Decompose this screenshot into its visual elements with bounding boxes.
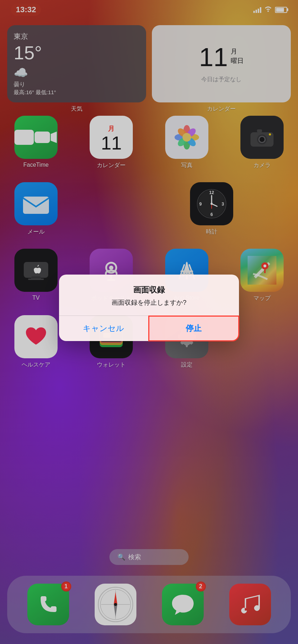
dialog-title: 画面収録 — [68, 285, 230, 295]
screen-recording-dialog: 画面収録 画面収録を停止しますか? キャンセル 停止 — [59, 275, 239, 341]
stop-button[interactable]: 停止 — [148, 316, 240, 341]
dialog-message: 画面収録を停止しますか? — [68, 298, 230, 307]
dialog-buttons: キャンセル 停止 — [59, 316, 239, 341]
cancel-button[interactable]: キャンセル — [59, 316, 149, 341]
dialog-overlay: 画面収録 画面収録を停止しますか? キャンセル 停止 — [0, 0, 298, 644]
